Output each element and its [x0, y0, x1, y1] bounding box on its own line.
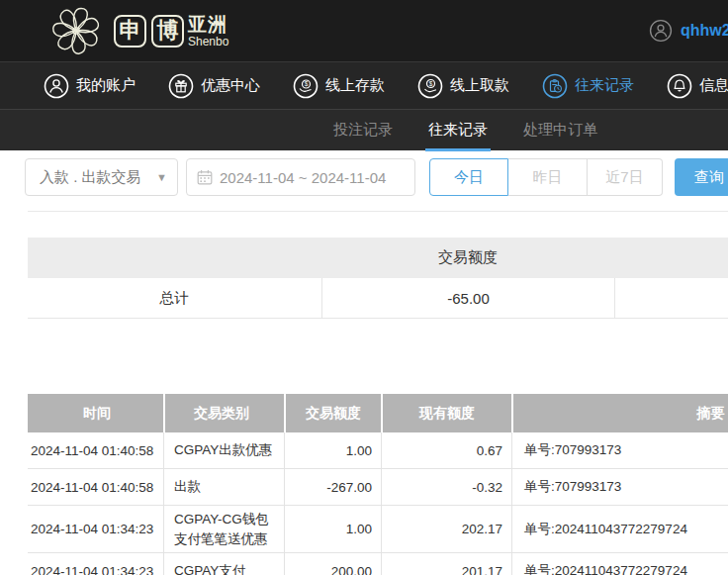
- nav-label: 优惠中心: [201, 76, 260, 95]
- records-icon: [542, 73, 568, 99]
- filter-bar: 入款 . 出款交易 ▼ 2024-11-04 ~ 2024-11-04: [25, 158, 728, 196]
- table-row: 2024-11-04 01:40:58 CGPAY出款优惠 1.00 0.67 …: [28, 432, 728, 469]
- svg-text:$: $: [305, 80, 309, 87]
- username-label: qhhw2: [681, 22, 728, 40]
- tab-pending-orders[interactable]: 处理中订单: [520, 110, 600, 151]
- brand-logo[interactable]: 申 博 亚洲 Shenbo: [51, 5, 228, 56]
- transaction-type-value: 入款 . 出款交易: [40, 168, 141, 187]
- section-divider: [28, 211, 728, 212]
- last-7-days-button[interactable]: 近7日: [588, 158, 663, 196]
- cell-note: 单号:707993173: [511, 469, 728, 505]
- transaction-type-select[interactable]: 入款 . 出款交易 ▼: [25, 158, 178, 196]
- summary-header-empty: [28, 238, 321, 278]
- summary-header-row: 交易额度: [28, 238, 728, 278]
- cell-balance: 0.67: [381, 432, 511, 468]
- nav-label: 往来记录: [575, 76, 634, 95]
- logo-char-shen: 申: [114, 15, 146, 48]
- col-header-balance: 现有额度: [381, 394, 511, 432]
- table-header-row: 时间 交易类别 交易额度 现有额度 摘要: [28, 394, 728, 432]
- account-menu[interactable]: qhhw2: [649, 0, 728, 61]
- cell-type: 出款: [163, 469, 284, 505]
- nav-item-messages[interactable]: 信息: [667, 73, 728, 99]
- main-nav: 我的账户 优惠中心 $: [0, 61, 728, 109]
- tab-transaction-records[interactable]: 往来记录: [425, 110, 491, 151]
- summary-header-empty: [614, 238, 728, 278]
- yesterday-button[interactable]: 昨日: [508, 158, 588, 196]
- date-range-value: 2024-11-04 ~ 2024-11-04: [220, 169, 386, 186]
- today-button[interactable]: 今日: [429, 158, 508, 196]
- nav-item-my-account[interactable]: 我的账户: [44, 73, 136, 99]
- summary-total-label: 总计: [28, 278, 321, 318]
- user-icon: [44, 73, 69, 99]
- col-header-amount: 交易额度: [284, 394, 381, 432]
- sub-nav: 投注记录 往来记录 处理中订单: [0, 109, 728, 150]
- logo-region-en: Shenbo: [188, 36, 228, 48]
- page: 申 博 亚洲 Shenbo qhhw2: [0, 0, 728, 575]
- nav-item-withdraw[interactable]: $ 线上取款: [417, 73, 509, 99]
- date-range-input[interactable]: 2024-11-04 ~ 2024-11-04: [186, 158, 415, 196]
- nav-label: 线上取款: [450, 76, 509, 95]
- table-row: 2024-11-04 01:34:23 CGPAY支付 200.00 201.1…: [28, 553, 728, 575]
- nav-item-promotions[interactable]: 优惠中心: [168, 73, 260, 99]
- table-row: 2024-11-04 01:34:23 CGPAY-CG钱包支付笔笔送优惠 1.…: [28, 506, 728, 553]
- user-avatar-icon: [649, 19, 673, 43]
- cell-type: CGPAY出款优惠: [163, 432, 284, 468]
- cell-balance: 202.17: [381, 506, 511, 552]
- col-header-time: 时间: [28, 394, 163, 432]
- summary-empty-cell: [614, 278, 728, 318]
- nav-item-deposit[interactable]: $ 线上存款: [293, 73, 385, 99]
- table-row: 2024-11-04 01:40:58 出款 -267.00 -0.32 单号:…: [28, 469, 728, 506]
- col-header-type: 交易类别: [163, 394, 284, 432]
- cell-note: 单号:202411043772279724: [511, 506, 728, 552]
- records-table: 时间 交易类别 交易额度 现有额度 摘要 2024-11-04 01:40:58…: [28, 394, 728, 575]
- calendar-icon: [197, 169, 213, 185]
- cell-time: 2024-11-04 01:40:58: [28, 469, 163, 505]
- nav-item-transaction-records[interactable]: 往来记录: [542, 73, 634, 99]
- cell-amount: 1.00: [284, 506, 381, 552]
- col-header-note: 摘要: [511, 394, 728, 432]
- summary-total-row: 总计 -65.00: [28, 278, 728, 319]
- logo-char-bo: 博: [151, 15, 184, 48]
- withdraw-icon: $: [417, 73, 443, 99]
- nav-label: 线上存款: [325, 76, 385, 95]
- summary-table: 交易额度 总计 -65.00: [28, 238, 728, 319]
- cell-time: 2024-11-04 01:34:23: [28, 553, 163, 575]
- cell-note: 单号:707993173: [511, 432, 728, 468]
- gift-icon: [168, 73, 194, 99]
- search-button[interactable]: 查询: [675, 158, 728, 196]
- svg-text:$: $: [429, 79, 433, 86]
- cell-amount: 200.00: [284, 553, 381, 575]
- cell-time: 2024-11-04 01:34:23: [28, 506, 163, 552]
- cell-note: 单号:202411043772279724: [511, 553, 728, 575]
- tab-betting-records[interactable]: 投注记录: [330, 110, 396, 151]
- summary-total-value: -65.00: [321, 278, 615, 318]
- cell-type: CGPAY-CG钱包支付笔笔送优惠: [163, 506, 284, 552]
- logo-region-cn: 亚洲: [188, 15, 228, 34]
- flower-logo-icon: [51, 5, 101, 56]
- quick-range-group: 今日 昨日 近7日: [429, 158, 663, 196]
- logo-region: 亚洲 Shenbo: [188, 15, 228, 48]
- cell-type: CGPAY支付: [163, 553, 284, 575]
- cell-time: 2024-11-04 01:40:58: [28, 432, 163, 468]
- deposit-icon: $: [293, 73, 318, 99]
- cell-balance: 201.17: [381, 553, 511, 575]
- nav-label: 信息: [699, 76, 728, 95]
- cell-amount: 1.00: [284, 432, 381, 468]
- cell-balance: -0.32: [381, 469, 511, 505]
- cell-amount: -267.00: [284, 469, 381, 505]
- summary-header-amount: 交易额度: [321, 238, 615, 278]
- nav-label: 我的账户: [76, 76, 136, 95]
- chevron-down-icon: ▼: [156, 171, 167, 183]
- top-header: 申 博 亚洲 Shenbo qhhw2: [0, 0, 728, 61]
- bell-icon: [667, 73, 692, 99]
